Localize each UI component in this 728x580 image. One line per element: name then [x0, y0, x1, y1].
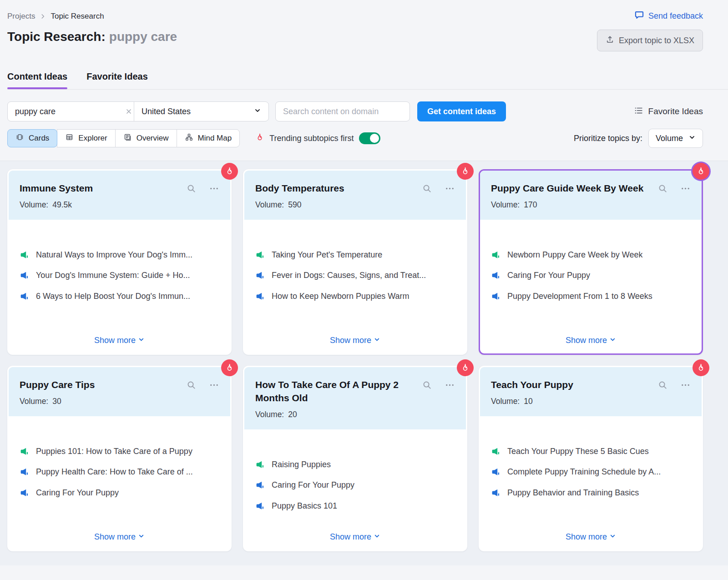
- trending-flame-badge: [693, 359, 709, 376]
- megaphone-icon: [491, 447, 500, 456]
- chevron-down-icon: [254, 107, 261, 116]
- view-overview-button[interactable]: Overview: [115, 129, 177, 147]
- content-idea[interactable]: Puppy Behavior and Training Basics: [491, 488, 691, 498]
- tabs: Content Ideas Favorite Ideas: [7, 71, 703, 89]
- megaphone-icon: [20, 467, 29, 477]
- more-options-icon[interactable]: [209, 183, 219, 194]
- content-idea[interactable]: Caring For Your Puppy: [491, 270, 691, 281]
- upload-icon: [606, 35, 614, 46]
- search-icon[interactable]: [422, 183, 432, 194]
- explorer-view-icon: [65, 133, 74, 144]
- send-feedback-link[interactable]: Send feedback: [634, 10, 703, 22]
- content-idea-text: Puppy Development From 1 to 8 Weeks: [507, 291, 652, 302]
- volume-value: 170: [524, 200, 537, 210]
- keyword-input[interactable]: [15, 107, 121, 116]
- card-body: Taking Your Pet's Temperature Fever in D…: [244, 220, 466, 353]
- trending-toggle[interactable]: [359, 132, 380, 144]
- more-options-icon[interactable]: [209, 380, 219, 390]
- prioritize-dropdown[interactable]: Volume: [648, 129, 703, 148]
- tab-content-ideas[interactable]: Content Ideas: [7, 71, 67, 89]
- breadcrumb-projects-link[interactable]: Projects: [7, 12, 35, 21]
- content-idea-text: Puppies 101: How to Take Care of a Puppy: [36, 446, 192, 457]
- content-idea[interactable]: Caring For Your Puppy: [20, 488, 219, 498]
- trending-flame-badge: [221, 163, 238, 180]
- ideas-list: Taking Your Pet's Temperature Fever in D…: [255, 250, 455, 302]
- content-idea[interactable]: Caring For Your Puppy: [255, 480, 455, 490]
- cards-view-icon: [15, 133, 24, 144]
- search-icon[interactable]: [657, 183, 668, 194]
- view-controls: Cards Explorer Overview Mind Map: [7, 129, 703, 148]
- mindmap-view-icon: [185, 133, 193, 144]
- card-header: Immune System Volume:49.5k: [9, 171, 230, 220]
- show-more-link[interactable]: Show more: [566, 532, 616, 543]
- content-idea[interactable]: Taking Your Pet's Temperature: [255, 250, 455, 260]
- megaphone-icon: [491, 271, 500, 280]
- keyword-search-group: United States: [7, 101, 269, 121]
- search-icon[interactable]: [186, 380, 197, 390]
- view-mode-switcher: Cards Explorer Overview Mind Map: [7, 129, 240, 147]
- view-mindmap-button[interactable]: Mind Map: [177, 129, 240, 147]
- more-options-icon[interactable]: [445, 183, 455, 194]
- volume-label: Volume:: [491, 200, 520, 210]
- content-idea[interactable]: Raising Puppies: [255, 459, 455, 470]
- tab-favorite-ideas[interactable]: Favorite Ideas: [86, 71, 148, 89]
- content-idea-text: Caring For Your Puppy: [507, 270, 590, 281]
- tabs-divider: [7, 89, 728, 90]
- volume-value: 30: [52, 397, 61, 406]
- content-idea-text: Newborn Puppy Care Week by Week: [507, 250, 642, 260]
- more-options-icon[interactable]: [445, 380, 455, 390]
- get-content-ideas-button[interactable]: Get content ideas: [417, 101, 506, 121]
- content-idea[interactable]: Natural Ways to Improve Your Dog's Imm..…: [20, 250, 219, 260]
- export-xlsx-button[interactable]: Export topic to XLSX: [597, 30, 703, 51]
- content-idea[interactable]: How to Keep Newborn Puppies Warm: [255, 291, 455, 302]
- favorite-ideas-button[interactable]: Favorite Ideas: [634, 106, 703, 117]
- ideas-list: Puppies 101: How to Take Care of a Puppy…: [20, 446, 219, 498]
- more-options-icon[interactable]: [680, 380, 691, 390]
- domain-search-input[interactable]: [275, 101, 410, 121]
- megaphone-icon: [255, 460, 265, 469]
- chevron-down-icon: [138, 532, 145, 542]
- content-idea[interactable]: 6 Ways to Help Boost Your Dog's Immun...: [20, 291, 219, 302]
- megaphone-icon: [255, 480, 265, 490]
- keyword-search-field[interactable]: [8, 102, 134, 121]
- content-idea[interactable]: Puppy Development From 1 to 8 Weeks: [491, 291, 691, 302]
- content-idea[interactable]: Fever in Dogs: Causes, Signs, and Treat.…: [255, 270, 455, 281]
- content-idea[interactable]: Newborn Puppy Care Week by Week: [491, 250, 691, 260]
- chevron-right-icon: [40, 13, 46, 20]
- view-cards-button[interactable]: Cards: [7, 129, 57, 147]
- topic-card: Puppy Care Guide Week By Week Volume:170…: [479, 169, 703, 355]
- trending-flame-badge: [221, 359, 238, 376]
- ideas-list: Raising Puppies Caring For Your Puppy Pu…: [255, 459, 455, 511]
- content-idea-text: Caring For Your Puppy: [36, 488, 119, 498]
- content-idea[interactable]: Teach Your Puppy These 5 Basic Cues: [491, 446, 691, 457]
- card-title: How To Take Care Of A Puppy 2 Months Old: [255, 378, 422, 405]
- show-more-link[interactable]: Show more: [330, 532, 380, 543]
- megaphone-icon: [20, 488, 29, 498]
- content-idea-text: Natural Ways to Improve Your Dog's Imm..…: [36, 250, 192, 260]
- topic-card: Teach Your Puppy Volume:10 Teach Your Pu…: [479, 366, 703, 551]
- clear-search-icon[interactable]: [125, 108, 132, 115]
- megaphone-icon: [491, 467, 500, 477]
- content-idea[interactable]: Puppy Health Care: How to Take Care of .…: [20, 467, 219, 477]
- content-idea[interactable]: Complete Puppy Training Schedule by A...: [491, 467, 691, 477]
- content-idea-text: How to Keep Newborn Puppies Warm: [272, 291, 409, 302]
- show-more-link[interactable]: Show more: [94, 532, 145, 543]
- ideas-list: Newborn Puppy Care Week by Week Caring F…: [491, 250, 691, 302]
- search-icon[interactable]: [657, 380, 668, 390]
- search-icon[interactable]: [186, 183, 197, 194]
- show-more-link[interactable]: Show more: [330, 336, 380, 346]
- view-explorer-button[interactable]: Explorer: [57, 129, 115, 147]
- show-more-link[interactable]: Show more: [94, 336, 145, 346]
- more-options-icon[interactable]: [680, 183, 691, 194]
- megaphone-icon: [20, 271, 29, 280]
- content-idea[interactable]: Your Dog's Immune System: Guide + Ho...: [20, 270, 219, 281]
- volume-label: Volume:: [255, 200, 284, 210]
- breadcrumb: Projects Topic Research: [7, 12, 104, 21]
- content-idea-text: Your Dog's Immune System: Guide + Ho...: [36, 270, 190, 281]
- trending-flame-badge: [457, 359, 474, 376]
- content-idea[interactable]: Puppy Basics 101: [255, 501, 455, 511]
- content-idea[interactable]: Puppies 101: How to Take Care of a Puppy: [20, 446, 219, 457]
- show-more-link[interactable]: Show more: [566, 336, 616, 346]
- search-icon[interactable]: [422, 380, 432, 390]
- country-select[interactable]: United States: [134, 102, 268, 121]
